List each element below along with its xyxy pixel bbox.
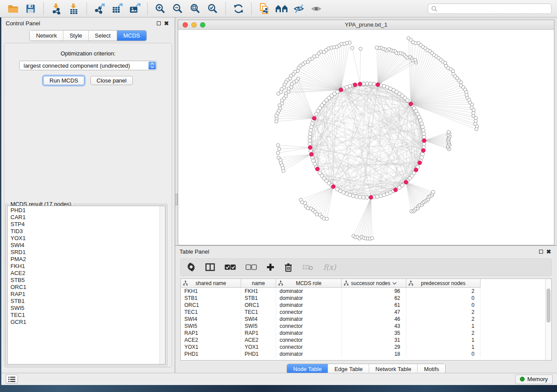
network-graph[interactable]: [178, 30, 554, 245]
export-image-button[interactable]: [127, 2, 142, 16]
tab-network[interactable]: Network: [30, 31, 63, 41]
table-row[interactable]: ACE2ACE2connector311: [181, 337, 551, 344]
mcds-result-item[interactable]: GCR1: [7, 319, 159, 326]
mcds-result-item[interactable]: FKH1: [7, 263, 159, 270]
cell-mcds_role[interactable]: connector: [276, 344, 342, 351]
column-header-name[interactable]: name: [241, 279, 276, 288]
mcds-result-item[interactable]: ACE2: [7, 270, 159, 277]
column-header-successor-nodes[interactable]: successor nodes: [342, 279, 406, 288]
function-builder-button[interactable]: f(x): [323, 261, 336, 274]
cell-predecessor_nodes[interactable]: 2: [406, 316, 481, 323]
delete-table-button[interactable]: [302, 261, 314, 274]
cell-predecessor_nodes[interactable]: 0: [406, 351, 481, 358]
table-row[interactable]: TEC1TEC1connector472: [181, 309, 551, 316]
control-panel-float-button[interactable]: [155, 19, 163, 27]
zoom-in-button[interactable]: [152, 2, 168, 16]
minimize-traffic-light[interactable]: [191, 22, 197, 28]
scrollbar-thumb[interactable]: [547, 289, 550, 323]
cell-name[interactable]: SWI5: [241, 323, 276, 330]
network-window-titlebar[interactable]: YPA_prune.txt_1: [178, 20, 554, 30]
cell-mcds_role[interactable]: dominator: [276, 302, 342, 309]
mcds-result-item[interactable]: PHD1: [7, 207, 159, 214]
cell-shared_name[interactable]: TEC1: [181, 309, 241, 316]
cell-mcds_role[interactable]: dominator: [276, 295, 342, 302]
cell-successor_nodes[interactable]: 47: [342, 309, 406, 316]
zoom-traffic-light[interactable]: [200, 22, 205, 28]
cell-predecessor_nodes[interactable]: 2: [406, 309, 481, 316]
mcds-result-item[interactable]: STP4: [7, 221, 159, 228]
table-row[interactable]: YOX1YOX1connector291: [181, 344, 551, 351]
zoom-out-button[interactable]: [170, 2, 186, 16]
cell-shared_name[interactable]: ORC1: [181, 302, 241, 309]
import-table-button[interactable]: [66, 2, 82, 16]
cell-mcds_role[interactable]: connector: [276, 309, 342, 316]
cell-mcds_role[interactable]: dominator: [276, 351, 342, 358]
search-input[interactable]: [439, 5, 548, 12]
mcds-result-item[interactable]: TEC1: [7, 312, 159, 319]
show-panels-list-button[interactable]: [6, 375, 18, 384]
control-panel-close-button[interactable]: ✖: [163, 19, 170, 27]
export-table-button[interactable]: [109, 2, 125, 16]
cell-successor_nodes[interactable]: 61: [342, 302, 406, 309]
cell-predecessor_nodes[interactable]: 0: [406, 302, 481, 309]
table-row[interactable]: PHD1PHD1dominator180: [181, 351, 551, 358]
tab-style[interactable]: Style: [63, 31, 88, 41]
column-header-MCDS-role[interactable]: MCDS role: [276, 279, 342, 288]
mcds-result-item[interactable]: PMA2: [7, 256, 159, 263]
column-header-predecessor-nodes[interactable]: predecessor nodes: [406, 279, 481, 288]
cell-name[interactable]: SWI4: [241, 316, 276, 323]
save-session-button[interactable]: [23, 2, 38, 16]
cell-predecessor_nodes[interactable]: 2: [406, 330, 481, 337]
cell-predecessor_nodes[interactable]: 0: [406, 295, 481, 302]
cell-mcds_role[interactable]: dominator: [276, 288, 342, 295]
table-scrollbar[interactable]: [545, 279, 551, 360]
mcds-result-item[interactable]: TID3: [7, 228, 159, 235]
show-all-button[interactable]: [309, 2, 325, 16]
mcds-result-item[interactable]: RAP1: [7, 291, 159, 298]
cell-predecessor_nodes[interactable]: 1: [406, 337, 481, 344]
hide-selected-button[interactable]: [291, 2, 307, 16]
cell-mcds_role[interactable]: dominator: [276, 316, 342, 323]
cell-shared_name[interactable]: STB1: [181, 295, 241, 302]
cell-successor_nodes[interactable]: 96: [342, 288, 406, 295]
mcds-result-item[interactable]: STB5: [7, 277, 159, 284]
cell-name[interactable]: YOX1: [241, 344, 276, 351]
table-row[interactable]: SWI4SWI4dominator462: [181, 316, 551, 323]
cell-mcds_role[interactable]: connector: [276, 323, 342, 330]
cell-name[interactable]: FKH1: [241, 288, 276, 295]
cell-shared_name[interactable]: FKH1: [181, 288, 241, 295]
column-visibility-button[interactable]: [205, 261, 215, 274]
tab-mcds[interactable]: MCDS: [117, 31, 146, 41]
cell-predecessor_nodes[interactable]: 2: [406, 288, 481, 295]
cell-predecessor_nodes[interactable]: 1: [406, 344, 481, 351]
table-row[interactable]: STB1STB1dominator620: [181, 295, 551, 302]
table-row[interactable]: ORC1ORC1dominator610: [181, 302, 551, 309]
delete-column-button[interactable]: [284, 261, 293, 274]
mcds-result-item[interactable]: SWI5: [7, 305, 159, 312]
network-canvas[interactable]: [178, 30, 554, 245]
cell-name[interactable]: RAP1: [241, 330, 276, 337]
mcds-result-item[interactable]: STB1: [7, 298, 159, 305]
optimization-criterion-select[interactable]: largest connected component (undirected): [19, 61, 157, 70]
first-neighbors-button[interactable]: [274, 2, 290, 16]
cell-shared_name[interactable]: SWI5: [181, 323, 241, 330]
zoom-fit-button[interactable]: [187, 2, 203, 16]
mcds-result-item[interactable]: CAR1: [7, 214, 159, 221]
table-panel-close-button[interactable]: ✖: [545, 248, 553, 255]
deselect-all-button[interactable]: [246, 261, 257, 274]
cell-shared_name[interactable]: YOX1: [181, 344, 241, 351]
cell-shared_name[interactable]: RAP1: [181, 330, 241, 337]
column-header-shared-name[interactable]: shared name: [181, 279, 241, 288]
close-panel-button[interactable]: Close panel: [90, 76, 133, 85]
cell-successor_nodes[interactable]: 43: [342, 323, 406, 330]
mcds-result-item[interactable]: YOX1: [7, 235, 159, 242]
cell-name[interactable]: TEC1: [241, 309, 276, 316]
cell-name[interactable]: PHD1: [241, 351, 276, 358]
cell-successor_nodes[interactable]: 62: [342, 295, 406, 302]
memory-button[interactable]: Memory: [515, 375, 553, 384]
cell-successor_nodes[interactable]: 18: [342, 351, 406, 358]
cell-name[interactable]: ACE2: [241, 337, 276, 344]
table-row[interactable]: RAP1RAP1dominator352: [181, 330, 551, 337]
mcds-result-list[interactable]: PHD1CAR1STP4TID3YOX1SWI4SRD1PMA2FKH1ACE2…: [7, 206, 159, 364]
run-mcds-button[interactable]: Run MCDS: [43, 76, 84, 85]
